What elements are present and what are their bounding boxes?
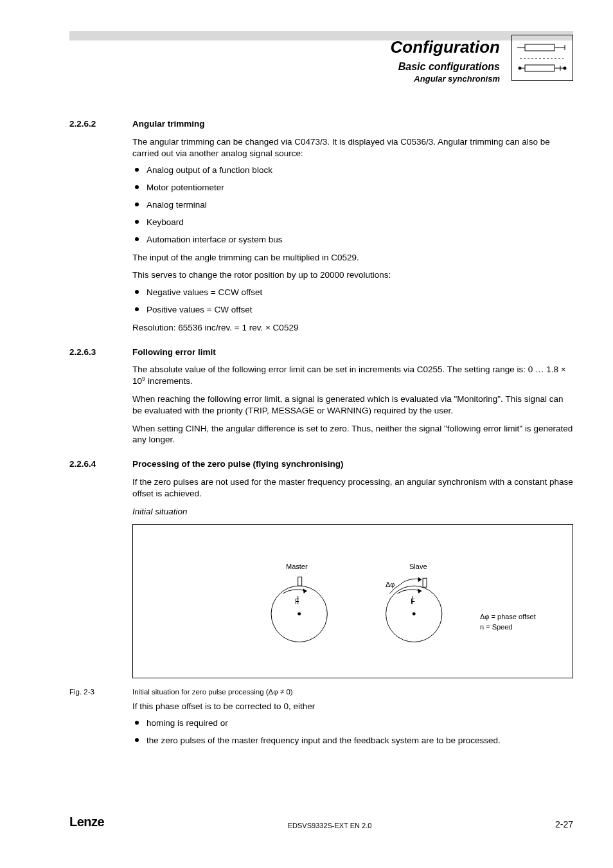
title-main: Configuration [391,37,500,57]
sec3-b1: homing is required or [132,718,573,729]
sec2-p2: When reaching the following error limit,… [132,393,573,417]
svg-marker-21 [418,577,422,582]
sec1-b5: Automation interface or system bus [132,234,573,246]
svg-rect-18 [423,578,427,587]
svg-point-6 [519,67,522,70]
sec1-b1: Analog output of a function block [132,165,573,176]
content: 2.2.6.2 Angular trimming The angular tri… [69,111,573,746]
sec2-p1b: increments. [145,376,193,386]
sec3-sub: Initial situation [132,506,573,518]
sec1-b4: Keyboard [132,217,573,228]
sec1-p1: The angular trimming can be changed via … [132,136,573,159]
sec1-title: Angular trimming [132,118,205,130]
sec2-p1a: The absolute value of the following erro… [132,365,566,386]
svg-rect-13 [298,577,302,586]
sec3-p2: If this phase offset is to be corrected … [132,701,573,712]
sec3-p1: If the zero pulses are not used for the … [132,476,573,500]
sec1-b6: Negative values = CCW offset [132,287,573,298]
sec1-p2: The input of the angle trimming can be m… [132,252,573,264]
header-diagram-icon [511,35,573,81]
sec2-p3: When setting CINH, the angular differenc… [132,423,573,446]
sec3-num: 2.2.6.4 [69,458,132,470]
svg-marker-14 [303,588,307,593]
svg-marker-19 [418,588,422,593]
sec1-p3: This serves to change the rotor position… [132,269,573,281]
sec3-title: Processing of the zero pulse (flying syn… [132,458,344,470]
sec2-num: 2.2.6.3 [69,347,132,358]
title-sub1: Basic configurations [391,61,500,73]
footer-docid: EDSVS9332S-EXT EN 2.0 [288,822,372,829]
svg-point-10 [564,67,567,70]
sec1-b3: Analog terminal [132,199,573,211]
footer: Lenze EDSVS9332S-EXT EN 2.0 2-27 [69,815,573,829]
sec2-p1: The absolute value of the following erro… [132,364,573,387]
header-titles: Configuration Basic configurations Angul… [391,37,500,84]
sec1-b2: Motor potentiometer [132,182,573,194]
svg-point-12 [298,612,301,615]
svg-rect-0 [525,44,555,51]
footer-brand: Lenze [69,815,104,829]
svg-point-17 [413,612,416,615]
sec1-p4: Resolution: 65536 inc/rev. = 1 rev. × C0… [132,322,573,334]
svg-rect-5 [525,65,555,71]
sec2-title: Following error limit [132,347,216,358]
fig-num: Fig. 2-3 [69,687,132,697]
footer-page: 2-27 [555,819,573,829]
sec1-b7: Positive values = CW offset [132,304,573,316]
title-sub2: Angular synchronism [391,74,500,84]
figure-2-3: Master Slave Δφ Δφ = phase offset n = Sp… [132,524,573,678]
fig-caption: Initial situation for zero pulse process… [132,687,293,697]
sec3-b2: the zero pulses of the master frequency … [132,735,573,746]
sec1-num: 2.2.6.2 [69,118,132,130]
